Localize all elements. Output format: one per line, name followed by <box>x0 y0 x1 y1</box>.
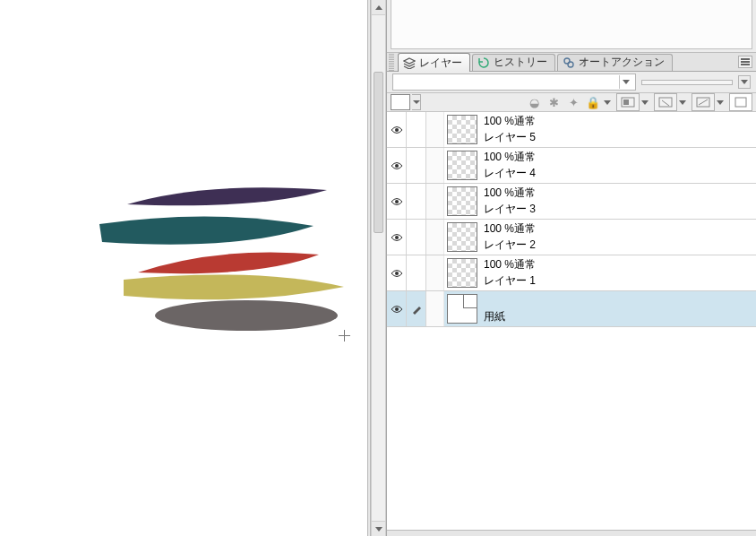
brush-stroke-2 <box>97 212 316 249</box>
svg-rect-8 <box>735 98 746 107</box>
svg-point-9 <box>395 128 399 132</box>
edit-slot[interactable] <box>407 148 426 183</box>
visibility-toggle[interactable] <box>387 255 407 290</box>
layer-thumbnail[interactable] <box>447 222 477 252</box>
paper-thumbnail[interactable] <box>447 294 477 324</box>
visibility-toggle[interactable] <box>387 220 407 255</box>
layer-name-label[interactable]: レイヤー 5 <box>484 130 756 145</box>
svg-point-0 <box>155 300 338 331</box>
mask-add-icon[interactable] <box>654 93 677 111</box>
layer-row-paper[interactable]: 用紙 <box>387 291 756 327</box>
scroll-down-button[interactable] <box>372 521 385 536</box>
wand-icon[interactable]: ✦ <box>564 93 582 111</box>
tab-layers-label: レイヤー <box>419 56 462 71</box>
paper-layer-name[interactable]: 用紙 <box>484 309 756 324</box>
edit-slot[interactable] <box>407 112 426 147</box>
chevron-down-icon <box>619 75 631 89</box>
layer-name-label[interactable]: レイヤー 2 <box>484 238 756 253</box>
autoaction-icon <box>563 56 575 69</box>
menu-icon <box>741 61 750 63</box>
canvas-area[interactable] <box>0 0 367 536</box>
layer-thumbnail[interactable] <box>447 186 477 216</box>
layer-row[interactable]: 100 %通常 レイヤー 4 <box>387 148 756 184</box>
lock-icon[interactable]: 🔒 <box>584 93 602 111</box>
layer-indent <box>426 255 444 290</box>
upper-panel-placeholder <box>391 0 752 49</box>
edit-slot[interactable] <box>407 220 426 255</box>
edit-slot[interactable] <box>407 184 426 219</box>
tab-history[interactable]: ヒストリー <box>472 54 555 71</box>
history-icon <box>477 56 490 69</box>
layer-row[interactable]: 100 %通常 レイヤー 1 <box>387 255 756 291</box>
layer-row[interactable]: 100 %通常 レイヤー 5 <box>387 112 756 148</box>
svg-point-12 <box>395 236 399 239</box>
mask-add-dropdown[interactable] <box>679 93 686 111</box>
svg-point-2 <box>568 62 573 67</box>
layer-indent <box>426 112 444 147</box>
layer-mode-label: 100 %通常 <box>484 150 756 165</box>
visibility-toggle[interactable] <box>387 112 407 147</box>
svg-rect-5 <box>659 98 672 107</box>
page-icon <box>463 294 477 308</box>
panel-tabs: レイヤー ヒストリー オートアクション <box>387 52 756 72</box>
layer-tool-row: ◒ ✱ ✦ 🔒 <box>387 93 756 112</box>
edit-slot[interactable] <box>407 255 426 290</box>
panel-status-bar <box>387 530 756 536</box>
tab-history-label: ヒストリー <box>494 55 547 70</box>
spray-icon[interactable]: ✱ <box>545 93 563 111</box>
brush-stroke-1 <box>125 179 331 212</box>
new-layer-button[interactable] <box>729 93 752 111</box>
canvas-vertical-scrollbar[interactable] <box>371 0 386 536</box>
layer-indent <box>426 148 444 183</box>
svg-point-11 <box>395 200 399 203</box>
layer-thumbnail[interactable] <box>447 258 477 288</box>
scroll-thumb[interactable] <box>374 72 383 233</box>
layer-indent <box>426 220 444 255</box>
layer-row[interactable]: 100 %通常 レイヤー 2 <box>387 220 756 255</box>
layer-list[interactable]: 100 %通常 レイヤー 5 100 %通常 レイヤー 4 <box>387 112 756 530</box>
layer-mode-label: 100 %通常 <box>484 114 756 129</box>
visibility-toggle[interactable] <box>387 184 407 219</box>
right-panel: レイヤー ヒストリー オートアクション ◒ <box>386 0 756 536</box>
scroll-up-button[interactable] <box>372 0 385 15</box>
svg-point-14 <box>395 307 399 311</box>
swatch-dropdown[interactable] <box>412 94 421 110</box>
tab-autoaction-label: オートアクション <box>579 55 665 70</box>
tab-layers[interactable]: レイヤー <box>398 53 470 72</box>
clip-dropdown[interactable] <box>717 93 724 111</box>
layer-row[interactable]: 100 %通常 レイヤー 3 <box>387 184 756 220</box>
lock-dropdown[interactable] <box>604 93 611 111</box>
svg-line-6 <box>662 100 669 106</box>
layer-indent <box>426 184 444 219</box>
layer-list-empty-area[interactable] <box>387 327 756 530</box>
mask-dropdown[interactable] <box>641 93 649 111</box>
layer-options-bar <box>387 72 756 93</box>
tab-autoaction[interactable]: オートアクション <box>557 54 673 71</box>
panel-drag-handle[interactable] <box>389 53 394 71</box>
clip-icon[interactable] <box>692 93 715 111</box>
svg-point-13 <box>395 272 399 275</box>
layer-thumbnail[interactable] <box>447 115 477 144</box>
layer-name-label[interactable]: レイヤー 3 <box>484 202 756 217</box>
layers-icon <box>403 56 416 69</box>
layer-name-label[interactable]: レイヤー 1 <box>484 273 756 289</box>
svg-point-10 <box>395 164 399 168</box>
layer-mode-label: 100 %通常 <box>484 186 756 201</box>
brush-stroke-5 <box>152 298 340 333</box>
visibility-toggle[interactable] <box>387 148 407 183</box>
svg-rect-4 <box>623 99 629 105</box>
layer-thumbnail[interactable] <box>447 151 477 180</box>
layer-mode-label: 100 %通常 <box>484 257 756 272</box>
opacity-dropdown[interactable] <box>738 75 751 89</box>
layer-color-swatch[interactable] <box>391 94 410 110</box>
panel-menu-button[interactable] <box>738 56 752 68</box>
active-edit-indicator[interactable] <box>407 291 426 326</box>
layer-mode-label: 100 %通常 <box>484 221 756 237</box>
blend-mode-select[interactable] <box>392 73 636 91</box>
eyedropper-icon[interactable]: ◒ <box>525 93 543 111</box>
opacity-slider[interactable] <box>641 80 733 85</box>
layer-indent <box>426 291 444 326</box>
mask-icon[interactable] <box>616 93 640 111</box>
layer-name-label[interactable]: レイヤー 4 <box>484 166 756 181</box>
visibility-toggle[interactable] <box>387 291 407 326</box>
